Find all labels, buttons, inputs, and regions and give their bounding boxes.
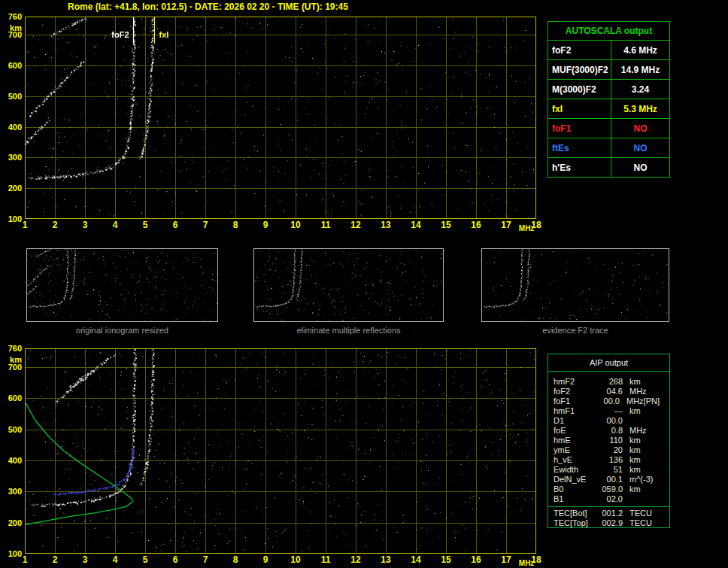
aip-separator-line — [548, 506, 669, 507]
x-tick-label: 6 — [173, 555, 178, 565]
aip-row-foe: foE0.8MHz — [548, 426, 669, 436]
x-axis-unit: MHz — [519, 558, 535, 568]
top-ionogram-y-axis: 760700600500400300200100km — [2, 17, 22, 219]
aip-row-label: h_vE — [548, 455, 596, 465]
aip-row-label: foE — [548, 426, 596, 436]
bottom-ionogram-y-axis: 760700600500400300200100km — [2, 348, 22, 554]
x-tick-label: 13 — [381, 555, 390, 565]
y-tick-label: 100 — [8, 215, 22, 223]
x-tick-label: 16 — [471, 555, 481, 565]
aip-row-unit: MHz — [620, 396, 644, 406]
x-tick-label: 3 — [83, 555, 88, 565]
y-tick-label: 700 — [8, 31, 22, 39]
x-tick-label: 1 — [23, 220, 28, 230]
aip-row-label: ymE — [548, 445, 596, 455]
autoscala-row-label: foF1 — [548, 119, 611, 138]
aip-row-unit: MHz — [623, 387, 647, 396]
aip-row-value: 0.8 — [596, 426, 623, 436]
x-tick-label: 11 — [321, 555, 331, 565]
aip-row-unit: km — [623, 377, 641, 387]
aip-row-label: TEC[Top] — [548, 518, 596, 528]
aip-row-label: D1 — [548, 416, 596, 426]
aip-row-value: 110 — [596, 436, 623, 445]
aip-row-tec-bot: TEC[Bot]001.2TECU — [548, 509, 669, 518]
x-tick-label: 3 — [83, 220, 88, 230]
x-tick-label: 8 — [233, 220, 238, 230]
aip-row-label: foF1 — [548, 396, 595, 406]
autoscala-row-muf-3000-f2: MUF(3000)F214.9 MHz — [548, 59, 669, 79]
autoscala-row-fof2: foF24.6 MHz — [548, 40, 669, 59]
aip-row-unit: km — [623, 465, 641, 475]
autoscala-row-label: ftEs — [548, 138, 611, 157]
y-tick-label: 760 — [8, 13, 22, 21]
x-tick-label: 12 — [350, 555, 360, 565]
x-tick-label: 7 — [203, 220, 208, 230]
autoscala-row-value: 14.9 MHz — [611, 65, 669, 75]
x-tick-label: 2 — [53, 220, 58, 230]
autoscala-row-value: NO — [611, 143, 669, 153]
bottom-ionogram-x-axis: 123456789101112131415161718MHz — [25, 554, 542, 567]
x-tick-label: 9 — [263, 555, 268, 565]
autoscala-row-ftes: ftEsNO — [548, 138, 669, 157]
autoscala-row-label: MUF(3000)F2 — [548, 60, 611, 79]
thumbnail-caption-eliminate: eliminate multiple reflections — [253, 326, 444, 335]
autoscala-row-value: 3.24 — [611, 84, 669, 95]
autoscala-row-label: h'Es — [548, 158, 611, 177]
thumbnail-caption-evidence: evidence F2 trace — [481, 326, 669, 335]
aip-row-hmf1: hmF1---km — [548, 406, 669, 416]
x-tick-label: 4 — [113, 555, 118, 565]
y-tick-label: 100 — [8, 550, 22, 558]
y-tick-label: 760 — [8, 345, 22, 353]
x-axis-unit: MHz — [519, 223, 535, 233]
aip-row-value: 136 — [596, 455, 623, 465]
top-ionogram-canvas — [25, 17, 536, 219]
x-tick-label: 17 — [501, 220, 511, 230]
autoscala-row-m-3000-f2: M(3000)F23.24 — [548, 79, 669, 99]
aip-output-table: AIP output hmF2268kmfoF204.6MHzfoF100.0M… — [548, 354, 670, 528]
y-tick-label: 500 — [8, 93, 22, 101]
thumbnail-caption-original: original ionogram resized — [26, 326, 218, 335]
x-tick-label: 14 — [411, 555, 420, 565]
aip-row-note: [PN] — [644, 396, 669, 406]
aip-row-yme: ymE20km — [548, 445, 669, 455]
aip-table-rows: hmF2268kmfoF204.6MHzfoF100.0MHz[PN]hmF1-… — [548, 372, 669, 504]
x-tick-label: 12 — [350, 220, 360, 230]
thumbnail-evidence-f2-trace — [481, 248, 669, 322]
aip-row-value: 059.0 — [596, 484, 623, 494]
aip-row-value: 00.0 — [595, 396, 620, 406]
y-tick-label: 700 — [8, 363, 22, 372]
aip-tec-rows: TEC[Bot]001.2TECUTEC[Top]002.9TECU — [548, 509, 669, 528]
aip-row-value: 02.0 — [596, 494, 623, 504]
autoscala-window: Rome (lat: +41.8, lon: 012.5) - DATE: 20… — [0, 0, 728, 568]
x-tick-label: 10 — [290, 555, 300, 565]
y-tick-label: 600 — [8, 394, 22, 402]
aip-row-unit: TECU — [623, 518, 652, 528]
aip-row-ewidth: Ewidth51km — [548, 465, 669, 475]
y-tick-label: 400 — [8, 123, 22, 132]
aip-row-value: 002.9 — [596, 518, 623, 528]
autoscala-row-label: M(3000)F2 — [548, 80, 611, 99]
aip-row-b1: B102.0 — [548, 494, 669, 504]
aip-row-unit: km — [623, 455, 641, 465]
aip-row-hmf2: hmF2268km — [548, 377, 669, 387]
bottom-ionogram-canvas — [25, 348, 536, 554]
x-tick-label: 13 — [381, 220, 390, 230]
autoscala-row-value: NO — [611, 123, 669, 134]
aip-row-h-ve: h_vE136km — [548, 455, 669, 465]
aip-row-label: hmF1 — [548, 406, 596, 416]
aip-row-unit: km — [623, 406, 641, 416]
aip-row-label: B0 — [548, 484, 596, 494]
x-tick-label: 14 — [411, 220, 420, 230]
autoscala-row-label: foF2 — [548, 41, 611, 59]
autoscala-row-label: fxI — [548, 99, 611, 118]
thumbnail-eliminate-reflections — [253, 248, 444, 322]
x-tick-label: 1 — [23, 555, 28, 565]
aip-row-unit: TECU — [623, 509, 652, 518]
y-tick-label: 400 — [8, 457, 22, 465]
aip-row-label: B1 — [548, 494, 596, 504]
y-tick-label: 200 — [8, 519, 22, 527]
aip-row-unit: km — [623, 484, 641, 494]
x-tick-label: 17 — [501, 555, 511, 565]
x-tick-label: 6 — [173, 220, 178, 230]
aip-row-unit: km — [623, 436, 641, 445]
